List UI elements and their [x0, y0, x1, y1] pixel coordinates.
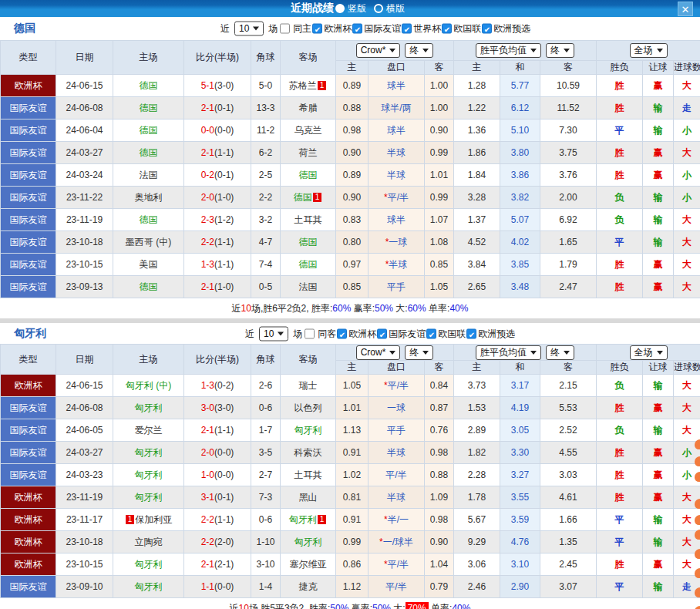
match-date: 24-03-24	[56, 164, 113, 187]
league-checkbox[interactable]: ✔	[442, 24, 452, 34]
odds-company-select[interactable]: Crow*	[356, 345, 401, 360]
result-cell: 负	[597, 209, 643, 231]
handicap-result-text: 赢	[654, 147, 663, 158]
ah-handicap: *半/一	[369, 509, 425, 531]
red-card-badge: 1	[318, 81, 327, 90]
handicap-result-cell: 输	[643, 375, 674, 397]
recent-count-select[interactable]: 10	[259, 326, 288, 341]
match-type-cell: 国际友谊	[1, 209, 56, 231]
team-name: 法国	[140, 170, 158, 180]
goals-result-text: 小	[682, 447, 692, 458]
eu-away-odds: 4.55	[540, 442, 597, 464]
avg-final-select[interactable]: 终	[546, 43, 574, 58]
goals-result-text: 大	[682, 492, 692, 503]
home-team: 立陶宛	[113, 531, 184, 553]
result-cell: 平	[597, 576, 643, 598]
eu-away-odds: 1.65	[540, 231, 597, 254]
match-date: 23-10-15	[56, 254, 113, 276]
team-name: 法国	[299, 281, 318, 292]
recent-count-select[interactable]: 10	[234, 22, 264, 36]
match-row: 欧洲杯23-10-15匈牙利2-1(2-1)3-10塞尔维亚0.86*平/半1.…	[1, 553, 700, 576]
result-cell: 胜	[597, 75, 643, 97]
layout-radio[interactable]	[374, 4, 383, 13]
away-team: 黑山	[281, 486, 336, 509]
ah-away-odds: 1.09	[425, 486, 454, 509]
away-team: 土耳其	[281, 464, 336, 486]
handicap-result-text: 赢	[654, 559, 663, 570]
away-team: 科索沃	[281, 442, 336, 464]
section-summary: 近10场,胜5平3负2, 胜率:50% 赢率:50% 大:70% 单率:40%	[0, 598, 700, 609]
handicap-result-cell: 赢	[643, 464, 674, 486]
score: 1-3(0-2)	[184, 375, 251, 397]
column-header: 类型	[1, 345, 56, 375]
close-button[interactable]: ✕	[678, 2, 693, 16]
same-venue-checkbox[interactable]	[280, 24, 290, 34]
team-name: 奥地利	[135, 192, 163, 203]
score-fulltime: 0-0	[201, 125, 214, 136]
league-checkbox[interactable]: ✔	[352, 24, 362, 34]
score-fulltime: 5-1	[201, 80, 214, 91]
home-team: 1保加利亚	[113, 509, 184, 531]
select-value: Crow*	[361, 347, 386, 358]
goals-result-text: 大	[682, 147, 692, 158]
odds-final-select[interactable]: 终	[405, 345, 433, 360]
handicap-result-cell: 赢	[643, 75, 674, 97]
ah-away-odds: 1.00	[425, 75, 454, 97]
odds-company-select[interactable]: Crow*	[356, 43, 401, 58]
eu-home-odds: 1.78	[454, 486, 500, 509]
handicap-result-text: 输	[654, 380, 663, 391]
avg-final-select[interactable]: 终	[546, 345, 574, 360]
summary-segment: 50%	[372, 603, 391, 609]
league-checkbox[interactable]: ✔	[402, 24, 412, 34]
league-checkbox[interactable]: ✔	[482, 24, 492, 34]
league-checkbox[interactable]: ✔	[377, 328, 387, 338]
result-text: 胜	[615, 147, 624, 158]
match-date: 23-11-19	[56, 209, 113, 231]
match-date: 24-06-08	[56, 397, 113, 419]
column-header: 角球	[251, 345, 281, 375]
result-text: 平	[615, 537, 624, 547]
column-subheader: 客	[425, 61, 454, 75]
eu-draw-odds: 5.10	[500, 119, 540, 142]
eu-away-odds: 11.52	[540, 97, 597, 119]
avg-odds-select[interactable]: 胜平负均值	[476, 345, 541, 360]
layout-radio[interactable]	[335, 4, 345, 13]
league-checkbox[interactable]: ✔	[312, 24, 322, 34]
team-name: 匈牙利 (中)	[126, 380, 171, 391]
ah-handicap: *一/球半	[369, 531, 425, 553]
league-checkbox[interactable]: ✔	[466, 328, 476, 338]
score-fulltime: 2-1	[201, 425, 214, 436]
goals-result-text: 大	[682, 281, 692, 292]
same-venue-checkbox[interactable]	[305, 328, 315, 338]
avg-odds-select[interactable]: 胜平负均值	[476, 43, 541, 58]
handicap-text: 一/球半	[383, 537, 413, 547]
score-halftime: (1-1)	[214, 425, 234, 436]
team-name: 塞尔维亚	[290, 559, 327, 570]
scope-select[interactable]: 全场	[630, 345, 668, 360]
scope-select[interactable]: 全场	[630, 43, 668, 58]
home-team: 匈牙利	[113, 576, 184, 598]
column-subheader: 和	[500, 361, 540, 375]
handicap-text: 球半	[387, 125, 406, 136]
away-team: 以色列	[281, 397, 336, 419]
result-text: 胜	[615, 469, 624, 480]
handicap-result-cell: 输	[643, 187, 674, 209]
score-halftime: (0-0)	[214, 581, 234, 592]
result-text: 胜	[615, 281, 624, 292]
result-cell: 胜	[597, 97, 643, 119]
league-checkbox[interactable]: ✔	[426, 328, 436, 338]
score: 2-0(0-0)	[184, 442, 251, 464]
handicap-result-text: 输	[654, 214, 663, 225]
home-team: 匈牙利	[113, 486, 184, 509]
select-value: 胜平负均值	[480, 45, 527, 56]
score-halftime: (0-0)	[214, 469, 234, 480]
result-cell: 平	[597, 531, 643, 553]
select-value: 全场	[634, 45, 653, 56]
league-checkbox[interactable]: ✔	[337, 328, 347, 338]
odds-final-select[interactable]: 终	[405, 43, 433, 58]
away-team: 乌克兰	[281, 119, 336, 142]
eu-away-odds: 4.61	[540, 486, 597, 509]
result-cell: 胜	[597, 442, 643, 464]
eu-away-odds: 3.76	[540, 164, 597, 187]
section-header: 匈牙利 近10场同客✔欧洲杯✔国际友谊✔欧国联✔欧洲预选	[0, 323, 700, 344]
